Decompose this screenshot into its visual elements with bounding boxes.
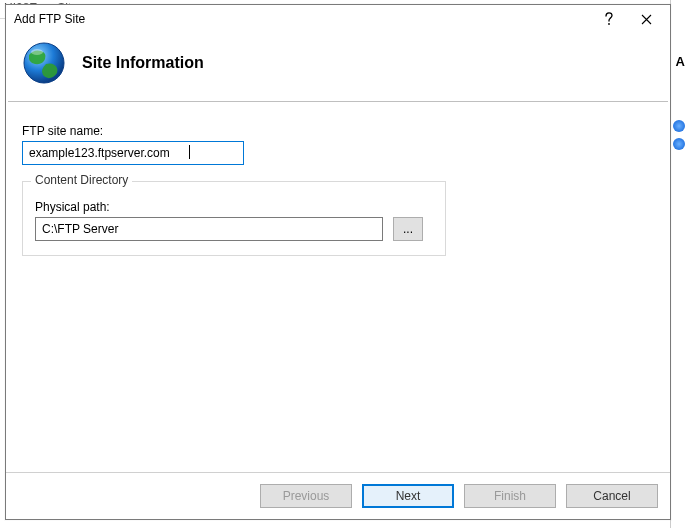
help-button[interactable] [592, 6, 626, 32]
page-title: Site Information [82, 54, 204, 72]
previous-button: Previous [260, 484, 352, 508]
help-icon[interactable] [673, 138, 685, 150]
background-panel: A [670, 0, 687, 528]
physical-path-input[interactable] [35, 217, 383, 241]
svg-point-0 [608, 23, 610, 25]
wizard-footer: Previous Next Finish Cancel [6, 473, 670, 519]
site-name-label: FTP site name: [22, 124, 654, 138]
cancel-button[interactable]: Cancel [566, 484, 658, 508]
globe-icon [20, 39, 68, 87]
add-ftp-site-dialog: Add FTP Site [5, 4, 671, 520]
svg-point-2 [31, 49, 43, 55]
help-icon[interactable] [673, 120, 685, 132]
next-button[interactable]: Next [362, 484, 454, 508]
panel-label: A [676, 54, 685, 69]
text-caret [189, 145, 190, 159]
svg-point-1 [24, 43, 64, 83]
wizard-body: FTP site name: Content Directory Physica… [6, 102, 670, 472]
titlebar: Add FTP Site [6, 5, 670, 33]
wizard-header: Site Information [6, 33, 670, 101]
site-name-input[interactable] [22, 141, 244, 165]
window-title: Add FTP Site [14, 12, 592, 26]
content-directory-group: Content Directory Physical path: ... [22, 181, 446, 256]
physical-path-label: Physical path: [35, 200, 433, 214]
browse-button[interactable]: ... [393, 217, 423, 241]
finish-button: Finish [464, 484, 556, 508]
close-button[interactable] [626, 6, 666, 32]
group-legend: Content Directory [31, 173, 132, 187]
